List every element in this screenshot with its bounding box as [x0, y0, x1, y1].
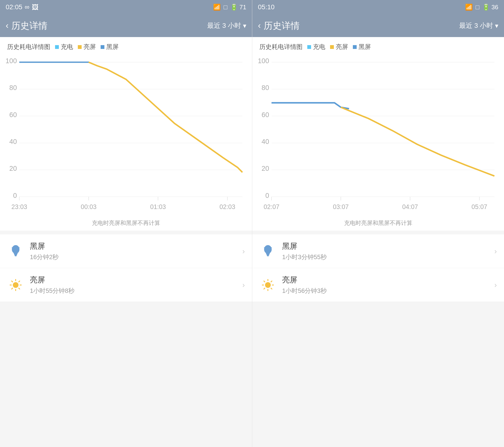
bright-title-right: 亮屏	[282, 275, 494, 285]
wifi-icon-left: 📶	[213, 3, 221, 11]
svg-text:23:03: 23:03	[11, 203, 27, 211]
chart-section-right: 历史耗电详情图 充电 亮屏 黑屏	[252, 37, 504, 216]
infinity-icon-left: ∞	[25, 3, 29, 11]
bright-icon-right	[259, 276, 276, 293]
dark-icon-left	[7, 243, 24, 260]
time-right: 05:10	[258, 3, 274, 11]
svg-text:0: 0	[265, 192, 269, 199]
wifi-icon-right: 📶	[465, 3, 473, 11]
dark-dot-right	[353, 45, 357, 49]
svg-rect-24	[14, 253, 18, 254]
chart-svg-left: 100 80 60 40 20 0 23:03 00:03 01:03 02:0…	[5, 55, 247, 216]
svg-text:02:03: 02:03	[219, 203, 235, 211]
chart-canvas-left: 100 80 60 40 20 0 23:03 00:03 01:03 02:0…	[5, 55, 247, 216]
svg-text:100: 100	[258, 57, 269, 65]
legend-title-left: 历史耗电详情图	[7, 43, 50, 51]
svg-text:20: 20	[261, 165, 269, 172]
bright-text-right: 亮屏 1小时56分钟3秒	[282, 275, 494, 295]
signal-box-left: □	[224, 3, 227, 11]
list-section-left: 黑屏 16分钟2秒 › 亮屏	[0, 234, 252, 302]
bright-arrow-left[interactable]: ›	[242, 280, 245, 289]
image-icon-left: 🖼	[32, 3, 38, 11]
dark-arrow-left[interactable]: ›	[242, 247, 245, 255]
bright-arrow-right[interactable]: ›	[494, 280, 497, 289]
bright-subtitle-right: 1小时56分钟3秒	[282, 287, 494, 295]
chart-note-right: 充电时亮屏和黑屏不再计算	[252, 216, 504, 231]
list-item-bright-right[interactable]: 亮屏 1小时56分钟3秒 ›	[252, 268, 504, 302]
svg-line-75	[271, 288, 272, 289]
bright-dot-left	[78, 45, 82, 49]
dark-arrow-right[interactable]: ›	[494, 247, 497, 255]
dark-title-right: 黑屏	[282, 241, 494, 252]
dark-title-left: 黑屏	[30, 241, 242, 252]
dark-text-left: 黑屏 16分钟2秒	[30, 241, 242, 261]
svg-text:01:03: 01:03	[150, 203, 166, 211]
svg-rect-39	[307, 45, 311, 49]
charging-dot-left	[55, 45, 59, 49]
bright-icon-left	[7, 276, 24, 293]
right-panel: 05:10 📶 □ 🔋 36 ‹ 历史详情 最近 3 小时 ▾ 历史耗电详情图 …	[252, 0, 504, 447]
legend-bright-right: 亮屏	[330, 43, 348, 51]
svg-text:03:07: 03:07	[333, 203, 349, 211]
legend-charging-left: 充电	[55, 43, 73, 51]
nav-title-right: 历史详情	[264, 20, 459, 32]
svg-point-30	[13, 282, 18, 288]
sun-icon-right	[261, 278, 275, 292]
charging-dot-right	[307, 45, 311, 49]
chart-note-left: 充电时亮屏和黑屏不再计算	[0, 216, 252, 231]
svg-text:40: 40	[261, 138, 269, 145]
nav-title-left: 历史详情	[11, 20, 207, 32]
dark-subtitle-right: 1小时3分钟55秒	[282, 253, 494, 261]
battery-left: 🔋 71	[230, 3, 246, 11]
list-item-dark-left[interactable]: 黑屏 16分钟2秒 ›	[0, 234, 252, 268]
sun-icon-left	[9, 278, 22, 292]
back-button-right[interactable]: ‹	[258, 21, 261, 31]
signal-box-right: □	[476, 3, 479, 11]
chart-canvas-right: 100 80 60 40 20 0 02:07 03:07 04:07 05:0…	[257, 55, 499, 216]
svg-line-35	[11, 281, 13, 282]
svg-text:02:07: 02:07	[264, 203, 279, 211]
svg-line-37	[18, 281, 20, 282]
battery-right: 🔋 36	[482, 3, 498, 11]
list-item-dark-right[interactable]: 黑屏 1小时3分钟55秒 ›	[252, 234, 504, 268]
svg-line-74	[264, 281, 265, 282]
legend-dark-left: 黑屏	[101, 43, 119, 51]
list-section-right: 黑屏 1小时3分钟55秒 › 亮屏	[252, 234, 504, 302]
chart-section-left: 历史耗电详情图 充电 亮屏 黑屏	[0, 37, 252, 216]
legend-dark-right: 黑屏	[353, 43, 371, 51]
svg-text:04:07: 04:07	[402, 203, 418, 211]
svg-line-76	[271, 281, 272, 282]
dark-text-right: 黑屏 1小时3分钟55秒	[282, 241, 494, 261]
bright-title-left: 亮屏	[30, 275, 242, 285]
svg-text:80: 80	[9, 84, 17, 91]
status-right-left: 📶 □ 🔋 71	[213, 3, 246, 11]
svg-text:80: 80	[261, 84, 269, 91]
svg-point-69	[265, 282, 271, 288]
svg-rect-0	[55, 45, 59, 49]
status-left-left: 02:05 ∞ 🖼	[6, 3, 38, 11]
filter-left[interactable]: 最近 3 小时 ▾	[207, 21, 246, 30]
svg-text:0: 0	[13, 192, 17, 199]
nav-bar-left: ‹ 历史详情 最近 3 小时 ▾	[0, 14, 252, 37]
svg-rect-63	[266, 253, 270, 254]
nav-bar-right: ‹ 历史详情 最近 3 小时 ▾	[252, 14, 504, 37]
legend-bright-left: 亮屏	[78, 43, 96, 51]
back-button-left[interactable]: ‹	[6, 21, 9, 31]
svg-rect-26	[15, 255, 17, 256]
bright-dot-right	[330, 45, 334, 49]
svg-line-36	[18, 288, 20, 289]
svg-text:20: 20	[9, 165, 17, 172]
chart-legend-right: 历史耗电详情图 充电 亮屏 黑屏	[257, 43, 499, 51]
svg-text:60: 60	[9, 111, 17, 118]
svg-text:40: 40	[9, 138, 17, 145]
status-bar-right: 05:10 📶 □ 🔋 36	[252, 0, 504, 14]
bright-subtitle-left: 1小时55分钟8秒	[30, 287, 242, 295]
filter-right[interactable]: 最近 3 小时 ▾	[459, 21, 498, 30]
svg-rect-41	[353, 45, 357, 49]
dark-subtitle-left: 16分钟2秒	[30, 253, 242, 261]
chart-svg-right: 100 80 60 40 20 0 02:07 03:07 04:07 05:0…	[257, 55, 499, 216]
svg-text:00:03: 00:03	[81, 203, 96, 211]
left-panel: 02:05 ∞ 🖼 📶 □ 🔋 71 ‹ 历史详情 最近 3 小时 ▾ 历史耗电…	[0, 0, 252, 447]
list-item-bright-left[interactable]: 亮屏 1小时55分钟8秒 ›	[0, 268, 252, 302]
svg-line-77	[264, 288, 265, 289]
